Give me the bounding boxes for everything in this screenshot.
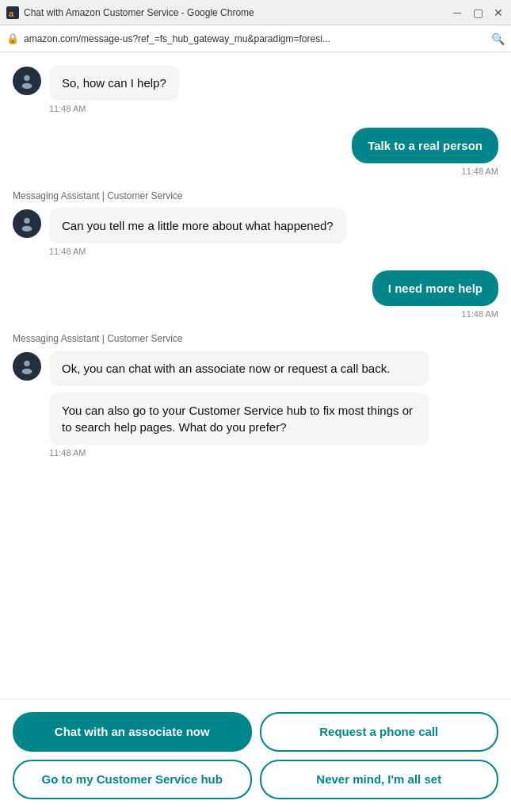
avatar	[13, 352, 41, 381]
window-controls[interactable]: ─ ▢ ✕	[451, 6, 505, 19]
maximize-button[interactable]: ▢	[471, 6, 484, 19]
svg-point-5	[22, 226, 32, 232]
bot-message-text: You can also go to your Customer Service…	[62, 404, 413, 434]
chat-associate-button[interactable]: Chat with an associate now	[13, 712, 252, 752]
bot-row: Ok, you can chat with an associate now o…	[13, 350, 498, 445]
user-row: I need more help	[13, 270, 498, 306]
svg-point-6	[24, 361, 29, 366]
bot-row: Can you tell me a little more about what…	[13, 208, 498, 243]
avatar	[13, 67, 41, 95]
lock-icon: 🔒	[6, 33, 19, 44]
bot-bubble: So, how can I help?	[49, 65, 179, 101]
user-message-text: I need more help	[388, 282, 482, 295]
bot-bubble: Can you tell me a little more about what…	[49, 208, 346, 243]
action-row-2: Go to my Customer Service hub Never mind…	[13, 760, 498, 799]
chat-area[interactable]: So, how can I help? 11:48 AM Talk to a r…	[0, 52, 511, 699]
user-bubble: I need more help	[372, 270, 498, 306]
user-bubble: Talk to a real person	[352, 128, 498, 163]
bot-bubble-1: Ok, you can chat with an associate now o…	[49, 350, 429, 386]
timestamp: 11:48 AM	[13, 309, 498, 319]
timestamp: 11:48 AM	[49, 104, 498, 113]
message-group-1: So, how can I help? 11:48 AM	[13, 65, 498, 113]
timestamp: 11:48 AM	[13, 167, 498, 176]
user-row: Talk to a real person	[13, 128, 498, 163]
message-group-3: Can you tell me a little more about what…	[13, 208, 498, 256]
customer-service-hub-button[interactable]: Go to my Customer Service hub	[13, 760, 252, 799]
message-group-5: Ok, you can chat with an associate now o…	[13, 350, 498, 458]
never-mind-button[interactable]: Never mind, I'm all set	[260, 760, 499, 799]
window-title: Chat with Amazon Customer Service - Goog…	[24, 7, 451, 18]
minimize-button[interactable]: ─	[451, 6, 463, 19]
assistant-label: Messaging Assistant | Customer Service	[13, 190, 498, 201]
chat-wrapper: So, how can I help? 11:48 AM Talk to a r…	[0, 52, 511, 699]
svg-point-7	[22, 369, 32, 374]
assistant-label-2: Messaging Assistant | Customer Service	[13, 333, 498, 344]
svg-text:a: a	[9, 9, 14, 18]
title-bar: a Chat with Amazon Customer Service - Go…	[0, 0, 511, 25]
timestamp: 11:48 AM	[49, 448, 498, 458]
bot-message-text: Can you tell me a little more about what…	[62, 219, 334, 232]
request-phone-call-button[interactable]: Request a phone call	[260, 712, 499, 752]
message-group-4: I need more help 11:48 AM	[13, 270, 498, 319]
bot-row: So, how can I help?	[13, 65, 498, 101]
url-text[interactable]: amazon.com/message-us?ref_=fs_hub_gatewa…	[24, 33, 486, 44]
address-bar: 🔒 amazon.com/message-us?ref_=fs_hub_gate…	[0, 25, 511, 52]
svg-point-3	[22, 83, 32, 89]
message-group-2: Talk to a real person 11:48 AM	[13, 128, 498, 176]
user-message-text: Talk to a real person	[368, 139, 482, 152]
close-button[interactable]: ✕	[492, 6, 505, 19]
svg-point-4	[24, 218, 29, 224]
avatar	[13, 209, 41, 238]
bot-message-text: Ok, you can chat with an associate now o…	[62, 362, 390, 375]
timestamp: 11:48 AM	[49, 247, 498, 256]
search-icon[interactable]: 🔍	[491, 33, 505, 45]
action-row-1: Chat with an associate now Request a pho…	[13, 712, 498, 752]
svg-point-2	[24, 75, 29, 81]
browser-icon: a	[6, 6, 19, 19]
bot-bubble-2: You can also go to your Customer Service…	[49, 393, 429, 445]
action-buttons-area: Chat with an associate now Request a pho…	[0, 699, 511, 812]
bot-message-text: So, how can I help?	[62, 76, 166, 90]
